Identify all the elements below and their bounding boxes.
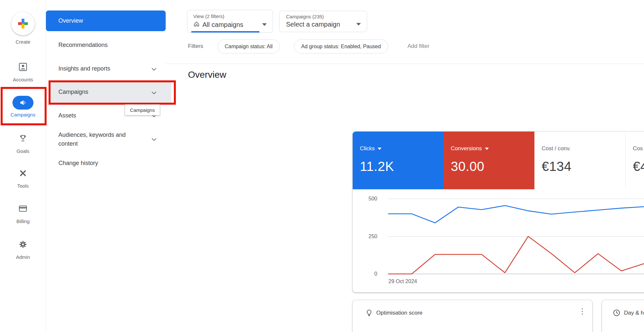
rail-label-accounts: Accounts [13,77,33,83]
metric-caret-icon [378,148,382,150]
day-hour-card: Day & h [602,300,644,332]
filter-chip-campaign-status[interactable]: Campaign status: All [218,39,280,53]
subnav-item-audiences-keywords-content[interactable]: Audiences, keywords and content [58,131,140,148]
y-axis-tick-0: 0 [358,271,377,277]
google-ads-screen: Create Accounts Campaigns [0,0,644,332]
rail-label-billing: Billing [16,218,30,224]
rail-item-campaigns[interactable]: Campaigns [0,96,46,118]
metric-value: €4 [633,159,644,174]
day-hour-title: Day & h [624,310,644,316]
dropdown-caret-icon [356,23,361,26]
chevron-down-icon[interactable] [152,136,156,142]
metric-tile-conversions[interactable]: Conversions 30.00 [444,132,534,189]
accounts-icon [18,62,28,73]
filter-chip-ad-group-status[interactable]: Ad group status: Enabled, Paused [294,39,388,53]
home-icon [193,21,200,29]
filters-label: Filters [188,43,203,50]
metric-value: €134 [542,159,571,174]
subnav-item-insights-and-reports[interactable]: Insights and reports [58,65,110,72]
subnav-item-overview[interactable]: Overview [46,10,166,31]
create-label: Create [15,39,30,45]
rail-item-billing[interactable]: Billing [0,204,46,224]
view-dropdown-label: View (2 filters) [193,13,224,19]
y-axis-tick-250: 250 [358,234,377,239]
optimisation-score-card: Optimisation score ⋮ [352,300,592,332]
metric-label: Cost / conv. [542,145,571,152]
campaign-dropdown-value: Select a campaign [286,21,340,28]
chevron-down-icon[interactable] [152,90,156,96]
campaigns-megaphone-icon [12,96,33,110]
rail-label-goals: Goals [16,148,29,154]
metric-tile-cost[interactable]: Cos €4 [625,132,644,189]
left-nav-rail: Create Accounts Campaigns [0,0,46,332]
tools-icon [18,169,28,179]
rail-item-tools[interactable]: Tools [0,169,46,189]
view-filter-dropdown[interactable]: View (2 filters) All campaigns [187,10,273,33]
billing-card-icon [18,204,28,215]
chart-series-conversions [388,237,644,274]
rail-label-admin: Admin [16,254,30,260]
y-axis-tick-500: 500 [358,196,377,202]
subnav-item-assets[interactable]: Assets [58,112,76,119]
admin-gear-icon [18,240,28,250]
subnav-item-recommendations[interactable]: Recommendations [58,41,108,49]
campaigns-subnav: Overview Recommendations Insights and re… [46,0,166,332]
active-view-underline [191,31,260,32]
performance-chart-card: Clicks 11.2K Conversions 30.00 Cost / co… [352,131,644,293]
create-plus-icon [11,12,35,35]
dropdown-caret-icon [262,23,267,26]
header-divider [166,64,644,64]
metric-label: Cos [633,145,643,152]
metric-tiles: Clicks 11.2K Conversions 30.00 Cost / co… [353,132,644,189]
rail-item-admin[interactable]: Admin [0,240,46,260]
rail-label-campaigns: Campaigns [10,112,35,118]
subnav-item-change-history[interactable]: Change history [58,159,98,167]
clock-icon [613,309,621,318]
metric-label: Conversions [451,145,482,152]
select-campaign-dropdown[interactable]: Campaigns (235) Select a campaign [279,11,367,32]
goals-trophy-icon [18,134,28,144]
metric-value: 30.00 [451,159,485,174]
metric-label: Clicks [360,145,375,152]
page-title: Overview [188,70,226,80]
card-overflow-menu-icon[interactable]: ⋮ [578,307,586,315]
optimisation-score-icon [365,309,373,318]
view-dropdown-value: All campaigns [202,21,243,29]
rail-label-tools: Tools [17,183,29,189]
rail-item-accounts[interactable]: Accounts [0,62,46,83]
subnav-item-campaigns[interactable]: Campaigns [58,88,88,95]
metric-value: 11.2K [360,159,394,174]
metric-tile-cost-per-conv[interactable]: Cost / conv. €134 [534,132,625,189]
create-button[interactable]: Create [0,12,46,45]
rail-item-goals[interactable]: Goals [0,134,46,154]
add-filter-button[interactable]: Add filter [407,43,429,50]
chevron-down-icon[interactable] [152,66,156,72]
chart-series-clicks [388,206,644,223]
campaigns-tooltip: Campaigns [125,104,160,115]
optimisation-score-title: Optimisation score [376,310,423,316]
x-axis-start-label: 29 Oct 2024 [388,279,417,284]
campaign-dropdown-label: Campaigns (235) [286,14,324,19]
metric-tile-clicks[interactable]: Clicks 11.2K [353,132,444,189]
metric-caret-icon [485,148,489,150]
